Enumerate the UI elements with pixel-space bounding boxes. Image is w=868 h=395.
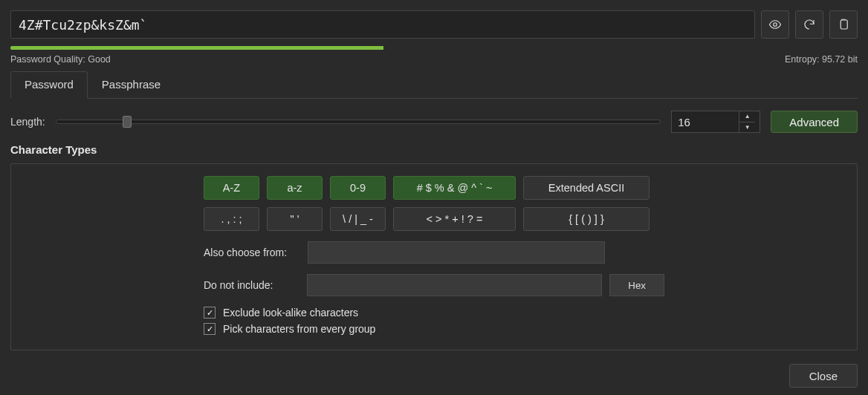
chargroup-specials[interactable]: # $ % & @ ^ ` ~ [393,176,516,200]
chargroup-math[interactable]: < > * + ! ? = [393,207,516,231]
chargroup-punct[interactable]: . , : ; [204,207,259,231]
chargroup-slashes[interactable]: \ / | _ - [330,207,386,231]
exclude-label: Do not include: [204,279,299,291]
chargroup-lower[interactable]: a-z [267,176,323,200]
length-input[interactable] [672,111,739,132]
character-types-panel: A-Z a-z 0-9 # $ % & @ ^ ` ~ Extended ASC… [10,163,858,350]
strength-meter [10,46,858,50]
toggle-visibility-button[interactable] [761,10,789,39]
quality-label: Password Quality: Good [10,54,111,65]
clipboard-icon [837,18,850,31]
regenerate-button[interactable] [795,10,823,39]
chargroup-ext-ascii[interactable]: Extended ASCII [523,176,650,200]
chargroup-quotes[interactable]: " ' [267,207,323,231]
tab-password[interactable]: Password [10,71,88,99]
checkbox-exclude-lookalike-label: Exclude look-alike characters [223,307,358,319]
close-button[interactable]: Close [789,364,858,388]
hex-button[interactable]: Hex [609,274,664,296]
length-step-up[interactable]: ▲ [739,111,755,123]
exclude-input[interactable] [307,274,602,296]
eye-icon [768,18,782,31]
copy-button[interactable] [829,10,858,39]
advanced-toggle-button[interactable]: Advanced [771,111,858,133]
svg-rect-1 [841,20,847,29]
password-output[interactable] [10,10,755,39]
also-choose-label: Also choose from: [204,247,300,258]
length-slider[interactable] [56,120,661,124]
tab-passphrase[interactable]: Passphrase [88,71,175,99]
chargroup-digits[interactable]: 0-9 [330,176,386,200]
checkbox-every-group-label: Pick characters from every group [223,323,375,335]
svg-point-0 [774,23,777,27]
checkbox-exclude-lookalike[interactable] [204,307,216,319]
chargroup-upper[interactable]: A-Z [204,176,259,200]
length-step-down[interactable]: ▼ [739,123,755,133]
length-spinbox[interactable]: ▲ ▼ [671,111,760,133]
checkbox-every-group[interactable] [204,323,216,335]
also-choose-input[interactable] [308,241,605,264]
slider-thumb[interactable] [123,116,132,128]
character-types-heading: Character Types [10,143,858,156]
length-label: Length: [10,116,45,128]
refresh-icon [803,18,816,31]
chargroup-braces[interactable]: { [ ( ) ] } [523,207,650,231]
entropy-label: Entropy: 95.72 bit [785,54,858,65]
